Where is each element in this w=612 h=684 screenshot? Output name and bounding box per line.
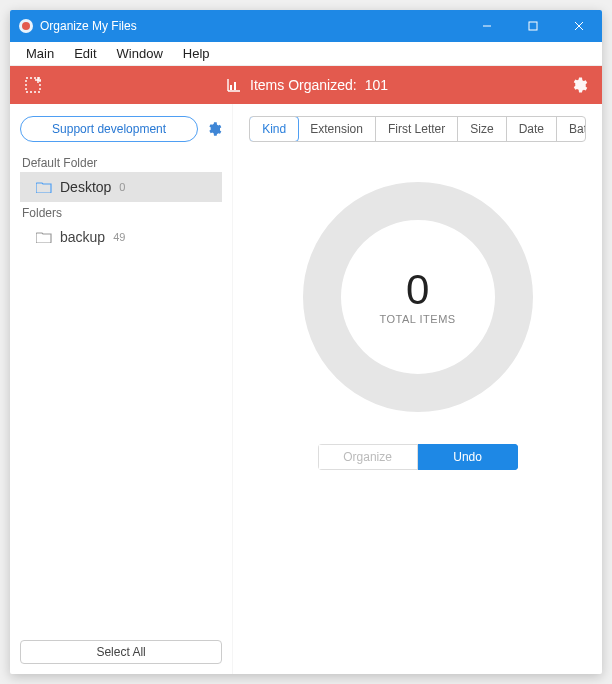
menu-edit[interactable]: Edit: [64, 44, 106, 63]
add-folder-icon[interactable]: [24, 75, 44, 95]
svg-rect-9: [230, 85, 232, 90]
menu-help[interactable]: Help: [173, 44, 220, 63]
tab-date[interactable]: Date: [507, 117, 557, 141]
app-title: Organize My Files: [40, 19, 464, 33]
tab-size[interactable]: Size: [458, 117, 506, 141]
titlebar: Organize My Files: [10, 10, 602, 42]
close-button[interactable]: [556, 10, 602, 42]
tab-kind[interactable]: Kind: [249, 116, 299, 142]
sort-mode-tabs: Kind Extension First Letter Size Date Ba…: [249, 116, 586, 142]
folder-icon: [36, 231, 52, 243]
folder-count: 49: [113, 231, 125, 243]
total-items-label: TOTAL ITEMS: [379, 313, 455, 325]
content: Support development Default Folder Deskt…: [10, 104, 602, 674]
undo-button[interactable]: Undo: [418, 444, 518, 470]
menubar: Main Edit Window Help: [10, 42, 602, 66]
status-prefix: Items Organized:: [250, 77, 357, 93]
app-icon: [18, 18, 34, 34]
support-development-button[interactable]: Support development: [20, 116, 198, 142]
svg-rect-3: [529, 22, 537, 30]
section-default-folder: Default Folder: [22, 156, 222, 170]
total-items-chart: 0 TOTAL ITEMS: [303, 182, 533, 412]
folder-row-desktop[interactable]: Desktop 0: [20, 172, 222, 202]
tab-first-letter[interactable]: First Letter: [376, 117, 458, 141]
sidebar-settings-icon[interactable]: [206, 121, 222, 137]
settings-icon[interactable]: [570, 76, 588, 94]
organize-button[interactable]: Organize: [318, 444, 418, 470]
total-items-value: 0: [406, 269, 429, 311]
status-count: 101: [365, 77, 388, 93]
svg-point-1: [22, 22, 30, 30]
app-window: Organize My Files Main Edit Window Help …: [10, 10, 602, 674]
folder-name: Desktop: [60, 179, 111, 195]
sidebar: Support development Default Folder Deskt…: [10, 104, 233, 674]
folder-icon: [36, 181, 52, 193]
section-folders: Folders: [22, 206, 222, 220]
tab-extension[interactable]: Extension: [298, 117, 376, 141]
select-all-button[interactable]: Select All: [20, 640, 222, 664]
folder-row-backup[interactable]: backup 49: [20, 222, 222, 252]
minimize-button[interactable]: [464, 10, 510, 42]
action-buttons: Organize Undo: [318, 444, 518, 470]
main-panel: Kind Extension First Letter Size Date Ba…: [233, 104, 602, 674]
toolbar-status: Items Organized: 101: [52, 77, 562, 93]
folder-count: 0: [119, 181, 125, 193]
folder-name: backup: [60, 229, 105, 245]
menu-window[interactable]: Window: [107, 44, 173, 63]
chart-icon: [226, 77, 242, 93]
menu-main[interactable]: Main: [16, 44, 64, 63]
toolbar: Items Organized: 101: [10, 66, 602, 104]
tab-batch[interactable]: Batch: [557, 117, 586, 141]
maximize-button[interactable]: [510, 10, 556, 42]
svg-rect-10: [234, 82, 236, 90]
